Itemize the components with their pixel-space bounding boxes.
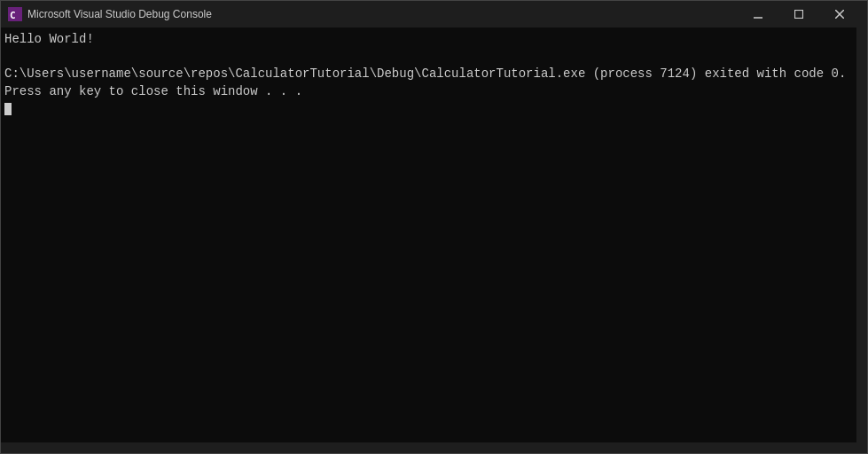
console-line1: Hello World! — [4, 32, 94, 46]
console-line3: C:\Users\username\source\repos\Calculato… — [4, 67, 846, 81]
scrollbar-corner — [856, 442, 867, 453]
titlebar: C Microsoft Visual Studio Debug Console — [1, 1, 867, 27]
window-title: Microsoft Visual Studio Debug Console — [27, 8, 738, 20]
console-output: Hello World! C:\Users\username\source\re… — [4, 31, 864, 118]
console-line4: Press any key to close this window . . . — [4, 84, 302, 98]
maximize-button[interactable] — [778, 1, 819, 27]
vertical-scrollbar[interactable] — [856, 27, 867, 442]
console-area: Hello World! C:\Users\username\source\re… — [1, 27, 867, 453]
console-cursor — [4, 103, 12, 115]
horizontal-scrollbar[interactable] — [1, 442, 856, 453]
svg-rect-3 — [795, 11, 803, 19]
minimize-button[interactable] — [738, 1, 778, 27]
app-icon: C — [8, 7, 22, 21]
close-button[interactable] — [819, 1, 860, 27]
window: C Microsoft Visual Studio Debug Console — [0, 0, 868, 454]
window-controls — [738, 1, 860, 27]
svg-text:C: C — [10, 10, 16, 21]
